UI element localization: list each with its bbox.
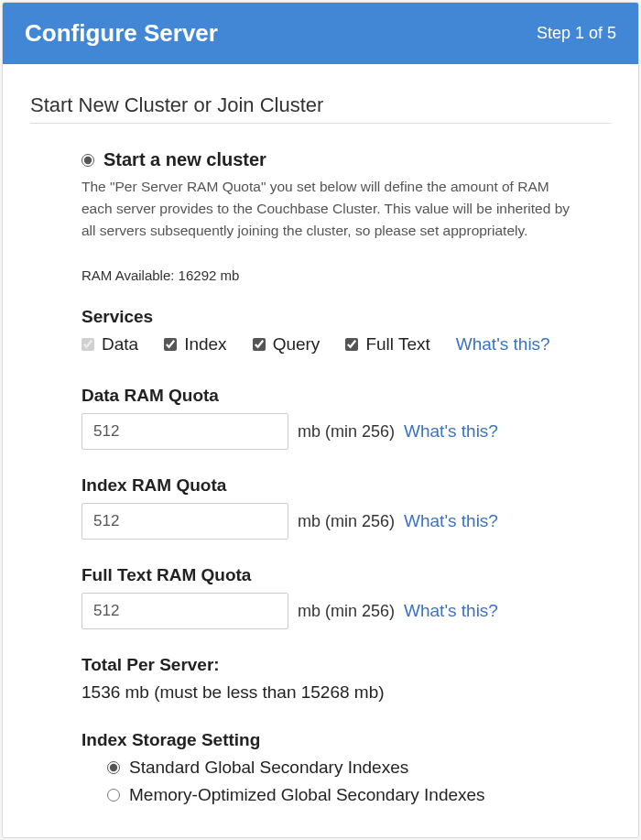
fulltext-quota-group: Full Text RAM Quota mb (min 256) What's … (81, 565, 583, 629)
index-quota-group: Index RAM Quota mb (min 256) What's this… (81, 475, 583, 540)
service-index[interactable]: Index (164, 334, 226, 355)
service-data-label: Data (102, 334, 138, 355)
wizard-panel: Configure Server Step 1 of 5 Start New C… (2, 2, 639, 838)
service-index-label: Index (184, 334, 226, 355)
fulltext-quota-label: Full Text RAM Quota (81, 565, 583, 585)
total-value: 1536 mb (must be less than 15268 mb) (81, 682, 583, 703)
service-fulltext[interactable]: Full Text (345, 334, 429, 355)
service-index-checkbox[interactable] (164, 338, 177, 351)
data-quota-note: mb (min 256) (298, 422, 395, 442)
fulltext-quota-whats-this-link[interactable]: What's this? (404, 601, 498, 621)
ram-available: RAM Available: 16292 mb (81, 267, 583, 283)
wizard-header: Configure Server Step 1 of 5 (3, 3, 638, 64)
start-new-cluster-option[interactable]: Start a new cluster (81, 149, 583, 170)
index-storage-heading: Index Storage Setting (81, 730, 583, 750)
wizard-content: Start New Cluster or Join Cluster Start … (3, 64, 638, 805)
page-title: Configure Server (25, 19, 218, 48)
data-quota-label: Data RAM Quota (81, 386, 583, 406)
data-quota-group: Data RAM Quota mb (min 256) What's this? (81, 386, 583, 450)
step-indicator: Step 1 of 5 (537, 24, 616, 43)
service-fulltext-label: Full Text (365, 334, 429, 355)
service-query-checkbox[interactable] (253, 338, 266, 351)
fulltext-quota-note: mb (min 256) (298, 602, 395, 621)
start-new-cluster-radio[interactable] (81, 154, 94, 167)
storage-standard-label: Standard Global Secondary Indexes (129, 758, 408, 778)
index-quota-note: mb (min 256) (298, 512, 395, 531)
index-quota-whats-this-link[interactable]: What's this? (404, 511, 498, 531)
service-data[interactable]: Data (81, 334, 138, 355)
service-data-checkbox[interactable] (81, 338, 94, 351)
service-query[interactable]: Query (253, 334, 320, 355)
data-quota-whats-this-link[interactable]: What's this? (404, 421, 498, 442)
services-whats-this-link[interactable]: What's this? (456, 334, 550, 355)
services-row: Data Index Query Full Text What's this? (81, 334, 583, 355)
total-label: Total Per Server: (81, 655, 583, 675)
index-quota-label: Index RAM Quota (81, 475, 583, 496)
cluster-config: Start a new cluster The "Per Server RAM … (30, 149, 611, 805)
storage-memory-optimized-label: Memory-Optimized Global Secondary Indexe… (129, 785, 485, 805)
services-heading: Services (81, 307, 583, 327)
service-fulltext-checkbox[interactable] (345, 338, 358, 351)
section-title: Start New Cluster or Join Cluster (30, 93, 611, 124)
storage-memory-optimized-radio[interactable] (107, 789, 120, 802)
storage-standard-radio[interactable] (107, 761, 120, 774)
start-new-cluster-label: Start a new cluster (103, 149, 266, 170)
fulltext-quota-input[interactable] (81, 593, 288, 629)
data-quota-input[interactable] (81, 413, 288, 450)
storage-memory-optimized-option[interactable]: Memory-Optimized Global Secondary Indexe… (107, 785, 583, 805)
cluster-description: The "Per Server RAM Quota" you set below… (81, 176, 583, 242)
storage-standard-option[interactable]: Standard Global Secondary Indexes (107, 758, 583, 778)
index-storage-options: Standard Global Secondary Indexes Memory… (81, 758, 583, 805)
index-quota-input[interactable] (81, 503, 288, 540)
service-query-label: Query (273, 334, 320, 355)
